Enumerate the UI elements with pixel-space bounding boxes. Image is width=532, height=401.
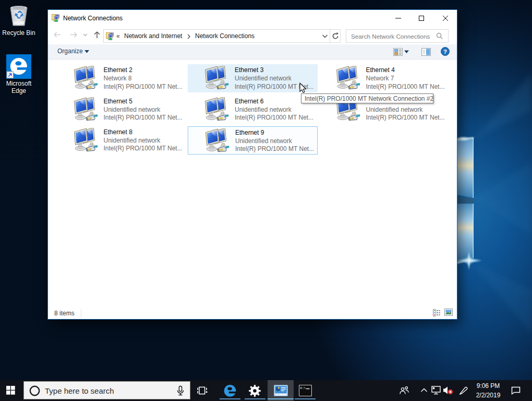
svg-text:C:\: C:\: [300, 386, 306, 390]
svg-text:?: ?: [443, 49, 447, 55]
